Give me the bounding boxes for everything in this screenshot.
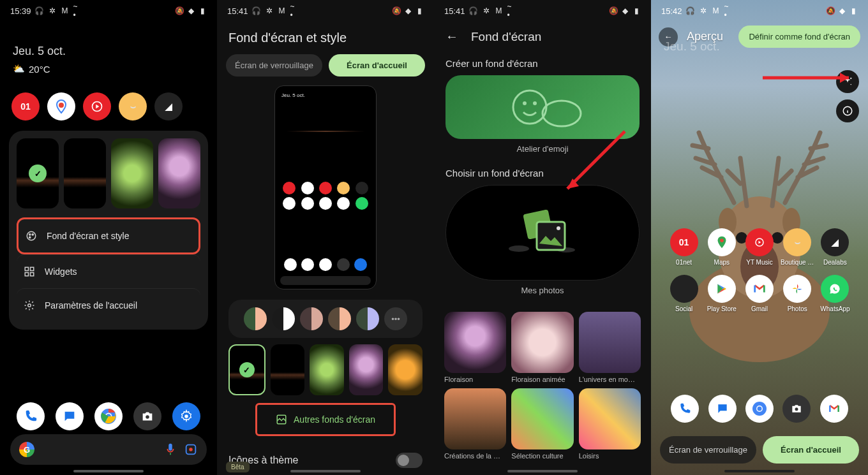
- color-scheme-4[interactable]: [328, 307, 351, 330]
- color-scheme-1[interactable]: [244, 307, 267, 330]
- nav-handle[interactable]: [507, 470, 578, 472]
- nearby-icon: ✲: [482, 6, 491, 15]
- tab-lockscreen[interactable]: Écran de verrouillage: [226, 54, 322, 77]
- more-notif-icon: ~ •: [290, 6, 299, 15]
- app-label: Gmail: [751, 305, 768, 312]
- category-card[interactable]: Créations de la …: [444, 388, 506, 460]
- tab-lockscreen[interactable]: Écran de verrouillage: [660, 436, 756, 464]
- app-dealabs: ◢Dealabs: [816, 228, 854, 266]
- wifi-icon: ◆: [403, 6, 412, 15]
- surface-tabs: Écran de verrouillage Écran d'accueil: [660, 436, 859, 464]
- wallpaper-thumb-current[interactable]: [228, 344, 266, 395]
- svg-point-5: [29, 237, 31, 238]
- wallpaper-thumb-2[interactable]: [64, 138, 106, 208]
- app-amazon: ⌣Boutique …: [779, 228, 816, 266]
- menu-home-settings-label: Paramètres de l'accueil: [45, 300, 137, 311]
- app-playstore: Play Store: [703, 275, 740, 312]
- vibrate-icon: 🔕: [609, 6, 618, 15]
- dock-camera: [782, 395, 811, 423]
- status-time: 15:41: [444, 6, 465, 16]
- wallpaper-thumb-4[interactable]: [349, 344, 384, 395]
- dock-camera[interactable]: [133, 402, 161, 430]
- svg-point-3: [29, 234, 31, 235]
- app-label: Social: [675, 305, 692, 312]
- nav-handle[interactable]: [724, 470, 795, 472]
- annotation-arrow: [542, 128, 631, 198]
- home-weather[interactable]: ⛅ 20°C: [0, 61, 217, 87]
- dock-phone: [671, 395, 699, 423]
- mic-icon[interactable]: [163, 442, 177, 457]
- menu-widgets[interactable]: Widgets: [17, 254, 200, 288]
- app-label: WhatsApp: [820, 305, 849, 312]
- wallpaper-thumb-3[interactable]: [111, 138, 153, 208]
- category-card[interactable]: Loisirs: [579, 388, 641, 460]
- nearby-icon: ✲: [699, 6, 708, 15]
- menu-home-settings[interactable]: Paramètres de l'accueil: [17, 288, 200, 322]
- dock-chrome[interactable]: [94, 402, 123, 430]
- status-bar: 15:41 🎧 ✲ M ~ • 🔕 ◆ ▮: [217, 0, 434, 19]
- dock-gmail: [820, 395, 848, 423]
- gmail-icon: M: [61, 6, 70, 15]
- svg-point-23: [509, 245, 529, 252]
- wallpaper-thumb-4[interactable]: [158, 138, 200, 208]
- app-social-folder: Social: [665, 275, 703, 312]
- svg-point-17: [189, 448, 193, 451]
- home-context-sheet: Fond d'écran et style Widgets Paramètres…: [9, 131, 208, 330]
- color-scheme-3[interactable]: [300, 307, 323, 330]
- screen-wallpaper-style: 15:41 🎧 ✲ M ~ • 🔕 ◆ ▮ Fond d'écran et st…: [217, 0, 434, 475]
- menu-wallpaper-style[interactable]: Fond d'écran et style: [17, 217, 200, 254]
- battery-icon: ▮: [632, 6, 641, 15]
- beta-badge: Bêta: [226, 462, 250, 472]
- more-wallpapers-button[interactable]: Autres fonds d'écran: [255, 403, 396, 436]
- dock-phone[interactable]: [17, 402, 45, 430]
- wallpaper-thumb-5[interactable]: [388, 344, 423, 395]
- my-photos-card[interactable]: [445, 185, 640, 281]
- set-wallpaper-button[interactable]: Définir comme fond d'écran: [738, 26, 860, 48]
- lens-icon[interactable]: [184, 442, 198, 457]
- wallpaper-thumb-2[interactable]: [271, 344, 305, 395]
- color-scheme-2[interactable]: [272, 307, 295, 330]
- gmail-icon: M: [712, 6, 721, 15]
- nav-handle[interactable]: [290, 470, 361, 472]
- category-label: Floraison animée: [511, 376, 573, 383]
- color-scheme-more[interactable]: •••: [384, 307, 407, 330]
- svg-point-22: [542, 101, 581, 126]
- widgets-icon: [23, 265, 36, 278]
- svg-point-0: [59, 103, 64, 108]
- app-label: Photos: [788, 305, 807, 312]
- nearby-icon: ✲: [48, 6, 57, 15]
- category-label: L'univers en mo…: [579, 376, 641, 383]
- dock-messages[interactable]: [56, 402, 84, 430]
- tab-homescreen[interactable]: Écran d'accueil: [329, 54, 425, 77]
- tab-homescreen[interactable]: Écran d'accueil: [763, 436, 859, 464]
- color-scheme-5[interactable]: [356, 307, 379, 330]
- menu-widgets-label: Widgets: [45, 267, 77, 277]
- svg-rect-6: [25, 267, 28, 270]
- app-photos: Photos: [779, 275, 816, 312]
- nav-handle[interactable]: [73, 470, 144, 472]
- picker-header: ← Fond d'écran: [434, 19, 651, 54]
- preview-app-grid: 0101net Maps YT Music ⌣Boutique … ◢Deala…: [651, 228, 868, 312]
- category-card[interactable]: Floraison animée: [511, 312, 573, 383]
- wallpaper-thumb-3[interactable]: [310, 344, 344, 395]
- screen-home-longpress: 15:39 🎧 ✲ M ~ • 🔕 ◆ ▮ Jeu. 5 oct. ⛅ 20°C…: [0, 0, 217, 475]
- category-card[interactable]: Floraison: [444, 312, 506, 383]
- wallpaper-thumb-current[interactable]: [17, 138, 59, 208]
- status-bar: 15:39 🎧 ✲ M ~ • 🔕 ◆ ▮: [0, 0, 217, 19]
- back-button[interactable]: ←: [445, 29, 458, 44]
- wifi-icon: ◆: [186, 6, 195, 15]
- page-title: Fond d'écran: [471, 30, 541, 44]
- svg-point-14: [146, 415, 149, 419]
- category-card[interactable]: L'univers en mo…: [579, 312, 641, 383]
- ghost-date: Jeu. 5 oct.: [664, 40, 720, 54]
- app-label: YT Music: [746, 259, 773, 266]
- home-preview[interactable]: Jeu. 5 oct.: [274, 85, 377, 289]
- dock-settings[interactable]: [172, 402, 200, 430]
- themed-icons-toggle[interactable]: [396, 453, 423, 468]
- search-bar[interactable]: [10, 434, 207, 465]
- gear-icon: [23, 299, 36, 312]
- more-notif-icon: ~ •: [507, 6, 516, 15]
- preview-dock: [651, 395, 868, 423]
- more-notif-icon: ~ •: [73, 6, 82, 15]
- category-card[interactable]: Sélection culture: [511, 388, 573, 460]
